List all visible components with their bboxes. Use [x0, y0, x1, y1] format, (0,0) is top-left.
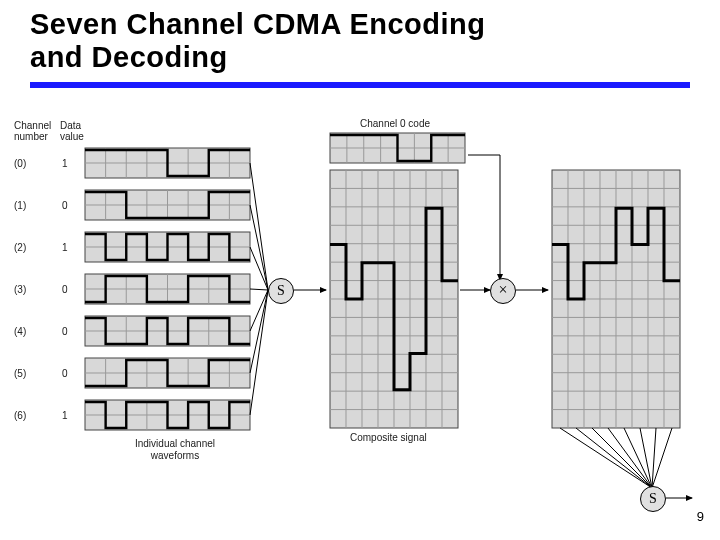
data-header-2: value: [60, 131, 84, 142]
ch-val-2: 1: [62, 242, 68, 253]
svg-rect-18: [85, 232, 250, 262]
svg-line-118: [250, 290, 268, 331]
ch-num-6: (6): [14, 410, 26, 421]
svg-line-117: [250, 289, 268, 290]
svg-rect-9: [85, 190, 250, 220]
data-header-1: Data: [60, 120, 81, 131]
channel-header-1: Channel: [14, 120, 51, 131]
ch-val-0: 1: [62, 158, 68, 169]
svg-line-129: [640, 428, 652, 488]
svg-rect-54: [85, 400, 250, 430]
svg-rect-27: [85, 274, 250, 304]
title-underline: [30, 82, 690, 88]
sum-symbol: S: [277, 283, 285, 299]
sum-operator-2: S: [640, 486, 666, 512]
ch-val-1: 0: [62, 200, 68, 211]
ch-val-3: 0: [62, 284, 68, 295]
channel0-code-label: Channel 0 code: [360, 118, 430, 129]
svg-rect-36: [85, 316, 250, 346]
multiply-symbol: ×: [498, 281, 507, 299]
svg-line-130: [652, 428, 656, 488]
title-line-2: and Decoding: [30, 41, 228, 73]
svg-line-120: [250, 290, 268, 415]
multiply-operator: ×: [490, 278, 516, 304]
individual-label-2: waveforms: [110, 450, 240, 461]
channel-waveforms-svg: [0, 0, 720, 540]
svg-line-116: [250, 247, 268, 290]
svg-line-126: [592, 428, 652, 488]
connectors-svg: [0, 0, 720, 540]
ch-num-5: (5): [14, 368, 26, 379]
svg-rect-93: [552, 170, 680, 428]
svg-rect-63: [330, 133, 465, 163]
svg-line-128: [624, 428, 652, 488]
sum-operator: S: [268, 278, 294, 304]
title-line-1: Seven Channel CDMA Encoding: [30, 8, 486, 40]
svg-line-114: [250, 163, 268, 290]
svg-line-124: [560, 428, 652, 488]
svg-line-131: [652, 428, 672, 488]
ch-val-5: 0: [62, 368, 68, 379]
svg-line-127: [608, 428, 652, 488]
channel-header-2: number: [14, 131, 48, 142]
ch-val-4: 0: [62, 326, 68, 337]
composite-label: Composite signal: [350, 432, 427, 443]
ch-num-1: (1): [14, 200, 26, 211]
svg-rect-72: [330, 170, 458, 428]
sum-symbol-2: S: [649, 491, 657, 507]
svg-rect-45: [85, 358, 250, 388]
page-title: Seven Channel CDMA Encoding and Decoding: [30, 8, 486, 75]
ch-num-2: (2): [14, 242, 26, 253]
svg-line-119: [250, 290, 268, 373]
ch-num-0: (0): [14, 158, 26, 169]
decoded-result: 9: [697, 509, 704, 524]
ch-num-4: (4): [14, 326, 26, 337]
svg-rect-0: [85, 148, 250, 178]
ch-val-6: 1: [62, 410, 68, 421]
svg-line-125: [576, 428, 652, 488]
svg-line-115: [250, 205, 268, 290]
individual-label-1: Individual channel: [110, 438, 240, 449]
ch-num-3: (3): [14, 284, 26, 295]
